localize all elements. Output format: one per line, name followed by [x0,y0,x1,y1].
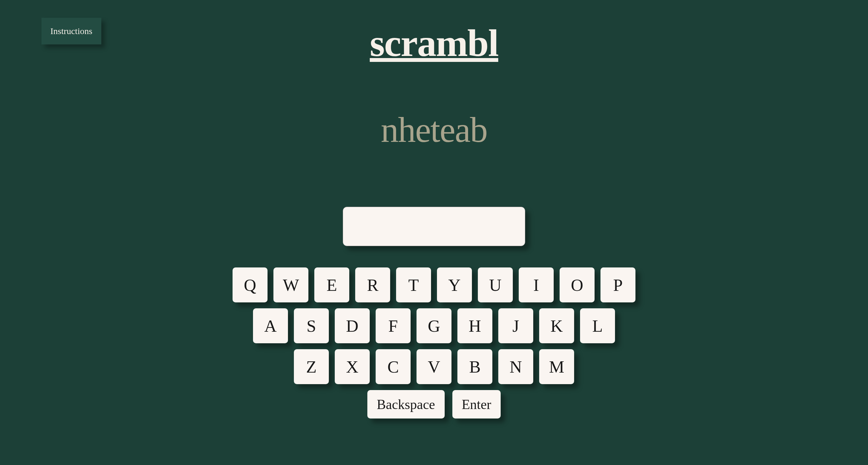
key-f[interactable]: F [376,308,411,343]
game-title: scrambl [370,21,498,65]
key-w[interactable]: W [273,268,308,302]
key-e[interactable]: E [314,268,349,302]
key-a[interactable]: A [253,308,288,343]
scrambled-word: nheteab [381,110,487,151]
keyboard-row-1: Q W E R T Y U I O P [232,268,636,302]
key-q[interactable]: Q [232,268,268,302]
key-j[interactable]: J [498,308,533,343]
key-m[interactable]: M [539,349,574,384]
key-s[interactable]: S [294,308,329,343]
instructions-button[interactable]: Instructions [41,18,101,44]
keyboard-row-3: Z X C V B N M [294,349,574,384]
key-z[interactable]: Z [294,349,329,384]
key-b[interactable]: B [457,349,492,384]
key-enter[interactable]: Enter [453,390,501,418]
guess-input[interactable] [343,207,525,246]
key-p[interactable]: P [600,268,636,302]
key-g[interactable]: G [416,308,452,343]
key-y[interactable]: Y [437,268,472,302]
key-o[interactable]: O [560,268,595,302]
key-t[interactable]: T [396,268,431,302]
key-x[interactable]: X [335,349,370,384]
key-u[interactable]: U [478,268,513,302]
key-h[interactable]: H [457,308,492,343]
key-n[interactable]: N [498,349,533,384]
key-i[interactable]: I [519,268,554,302]
key-k[interactable]: K [539,308,574,343]
keyboard-row-2: A S D F G H J K L [253,308,615,343]
key-v[interactable]: V [416,349,452,384]
key-l[interactable]: L [580,308,615,343]
onscreen-keyboard: Q W E R T Y U I O P A S D F G H J K L Z … [232,268,636,418]
key-d[interactable]: D [335,308,370,343]
key-r[interactable]: R [355,268,390,302]
keyboard-row-4: Backspace Enter [367,390,501,418]
key-backspace[interactable]: Backspace [367,390,445,418]
key-c[interactable]: C [376,349,411,384]
